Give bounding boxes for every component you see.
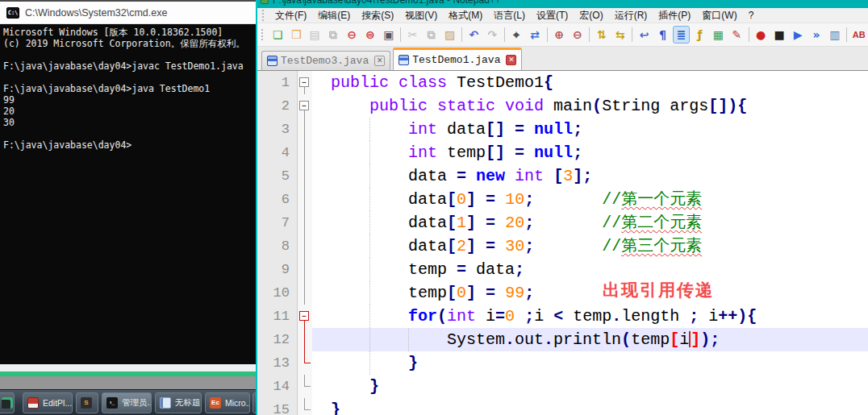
new-file-icon[interactable]: ❏: [269, 26, 286, 44]
zoom-out-icon[interactable]: ⊖: [570, 26, 586, 44]
taskbar-item-microsoft-office[interactable]: EcMicro...: [205, 392, 250, 413]
code-text[interactable]: data = new int [3];: [312, 164, 868, 188]
copy-icon[interactable]: ⧉: [423, 26, 440, 44]
macro-stop-icon[interactable]: ■: [771, 26, 788, 44]
menu-item-10[interactable]: 窗口(W): [696, 8, 742, 23]
code-text[interactable]: public static void main(String args[]){: [312, 94, 868, 118]
taskbar-item-cmd-admin[interactable]: ›_管理员...: [102, 392, 152, 413]
code-editor[interactable]: 出现引用传递 1−public class TestDemo1{2− publi…: [257, 71, 868, 415]
print-icon[interactable]: ▣: [380, 26, 397, 44]
document-switcher-icon[interactable]: ✎: [728, 26, 745, 44]
editor-line-12: 12 System.out.println(temp[i]);: [257, 328, 868, 351]
notepadpp-titlebar[interactable]: F:\java\javabase\day04\TestDemo1.java - …: [257, 0, 868, 8]
code-text[interactable]: }: [312, 351, 868, 375]
spell-check-icon[interactable]: AB: [850, 26, 867, 44]
macro-run-multiple-icon[interactable]: »: [808, 26, 825, 44]
word-wrap-icon[interactable]: ↩: [636, 26, 653, 44]
tab-testdemo3-java[interactable]: TestDemo3.java✕: [261, 51, 390, 70]
save-icon[interactable]: ▤: [307, 26, 323, 44]
cmd-window-title: C:\Windows\System32\cmd.exe: [25, 7, 167, 19]
tab-close-icon[interactable]: ✕: [374, 56, 385, 66]
terminal-line: F:\java\javabase\day04>: [3, 139, 256, 151]
indent-guide: [369, 305, 370, 328]
code-text[interactable]: data[2] = 30; //第三个元素: [312, 234, 868, 258]
code-text[interactable]: int temp[] = null;: [312, 141, 868, 164]
menubar-drag-handle[interactable]: [262, 10, 266, 21]
menu-item-11[interactable]: ?: [743, 8, 760, 23]
code-text[interactable]: data[0] = 10; //第一个元素: [312, 188, 868, 211]
code-text[interactable]: temp = data;: [312, 258, 868, 281]
fold-collapse-icon[interactable]: −: [299, 101, 309, 110]
taskbar-item-label: 管理员...: [122, 397, 152, 409]
toolbar-drag-handle[interactable]: [261, 29, 265, 40]
replace-icon[interactable]: ⇄: [527, 26, 544, 44]
cmd-titlebar[interactable]: C:\ C:\Windows\System32\cmd.exe: [0, 2, 256, 24]
fold-margin[interactable]: −: [298, 94, 312, 118]
cmd-window: C:\ C:\Windows\System32\cmd.exe Microsof…: [0, 2, 256, 364]
redo-icon[interactable]: ↷: [484, 26, 501, 44]
function-list-icon[interactable]: ƒ: [691, 26, 708, 44]
close-file-icon[interactable]: ⊖: [344, 26, 361, 44]
tab-bar: TestDemo3.java✕TestDemo1.java✕: [257, 47, 868, 71]
code-text[interactable]: data[1] = 20; //第二个元素: [312, 211, 868, 234]
macro-record-icon[interactable]: ●: [753, 26, 770, 44]
code-text[interactable]: int data[] = null;: [312, 118, 868, 141]
code-text[interactable]: }: [312, 398, 868, 415]
menu-item-0[interactable]: 文件(F): [269, 8, 312, 23]
terminal-line: F:\java\javabase\day04>javac TestDemo1.j…: [3, 60, 256, 72]
menu-item-9[interactable]: 插件(P): [653, 8, 696, 23]
taskbar-item-sublime[interactable]: S: [76, 392, 98, 413]
indent-guide: [369, 164, 370, 188]
tab-close-icon[interactable]: ✕: [506, 55, 516, 65]
show-all-characters-icon[interactable]: ¶: [654, 26, 671, 44]
sync-vertical-icon[interactable]: ⇅: [593, 26, 610, 44]
document-map-icon[interactable]: ▦: [710, 26, 727, 44]
menu-item-8[interactable]: 运行(R): [609, 8, 653, 23]
taskbar-item-editplus[interactable]: EditPl...: [23, 392, 73, 413]
code-text[interactable]: System.out.println(temp[i]);: [312, 328, 868, 351]
menu-item-3[interactable]: 视图(V): [399, 8, 443, 23]
fold-margin: [298, 118, 312, 141]
paste-icon[interactable]: ▨: [441, 26, 458, 44]
macro-play-icon[interactable]: ▶: [790, 26, 807, 44]
line-number: 13: [257, 351, 298, 375]
tab-label: TestDemo3.java: [281, 55, 369, 67]
terminal-output[interactable]: Microsoft Windows [版本 10.0.18362.1500](c…: [0, 24, 256, 364]
menu-item-5[interactable]: 语言(L): [488, 8, 531, 23]
code-text[interactable]: for(int i=0 ;i < temp.length ; i++){: [312, 305, 868, 328]
code-text[interactable]: }: [312, 375, 868, 398]
menu-item-4[interactable]: 格式(M): [443, 8, 488, 23]
line-number: 10: [257, 281, 298, 305]
undo-icon[interactable]: ↶: [465, 26, 482, 44]
menu-item-1[interactable]: 编辑(E): [312, 8, 356, 23]
find-icon[interactable]: ⌖: [508, 26, 525, 44]
fold-collapse-icon[interactable]: −: [299, 311, 309, 321]
taskbar-item-unknown[interactable]: [0, 392, 15, 413]
fold-margin[interactable]: −: [298, 71, 312, 94]
line-number: 8: [257, 234, 298, 258]
code-text[interactable]: temp[0] = 99;: [312, 281, 868, 305]
taskbar-item-notepad-untitled[interactable]: 无标题...: [155, 392, 202, 413]
editor-line-6: 6 data[0] = 10; //第一个元素: [257, 188, 868, 211]
save-all-icon[interactable]: ⧉: [325, 26, 342, 44]
cut-icon[interactable]: ✂: [404, 26, 421, 44]
menu-item-7[interactable]: 宏(O): [574, 8, 608, 23]
fold-collapse-icon[interactable]: −: [299, 77, 309, 87]
code-text[interactable]: public class TestDemo1{: [312, 71, 868, 94]
editor-line-14: 14 }: [257, 375, 868, 398]
indent-guide: [369, 258, 370, 281]
close-all-icon[interactable]: ⊜: [361, 26, 378, 44]
macro-save-icon[interactable]: ▥: [826, 26, 843, 44]
fold-margin[interactable]: −: [298, 305, 312, 328]
menu-item-2[interactable]: 搜索(S): [356, 8, 399, 23]
open-file-icon[interactable]: ❒: [288, 26, 305, 44]
taskbar-item-label: Micro...: [225, 398, 250, 408]
editor-line-9: 9 temp = data;: [257, 258, 868, 281]
zoom-in-icon[interactable]: ⊕: [551, 26, 568, 44]
tab-testdemo1-java[interactable]: TestDemo1.java✕: [393, 48, 522, 70]
menu-item-6[interactable]: 设置(T): [531, 8, 574, 23]
sync-horizontal-icon[interactable]: ⇆: [611, 26, 628, 44]
notepad-icon: [160, 397, 171, 409]
indent-guide-icon[interactable]: ≣: [673, 26, 690, 44]
generic-icon: [2, 397, 13, 409]
